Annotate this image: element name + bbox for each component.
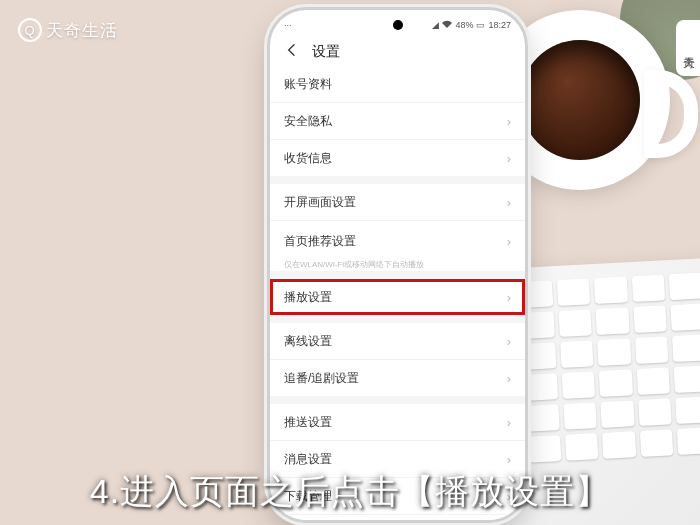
- chevron-right-icon: ›: [507, 415, 511, 430]
- settings-row-home-rec[interactable]: 首页推荐设置›仅在WLAN/Wi-Fi或移动网络下自动播放: [270, 221, 525, 271]
- brand-text: 天奇生活: [46, 19, 118, 42]
- step-caption: 4.进入页面之后点击【播放设置】: [0, 469, 700, 515]
- chevron-right-icon: ›: [507, 234, 511, 249]
- settings-row-follow[interactable]: 追番/追剧设置›: [270, 360, 525, 396]
- row-label: 离线设置: [284, 333, 332, 350]
- row-label: 首页推荐设置: [284, 233, 356, 250]
- chevron-right-icon: ›: [507, 114, 511, 129]
- battery-text: 48%: [455, 20, 473, 30]
- settings-row-push[interactable]: 推送设置›: [270, 404, 525, 441]
- phone-notch: [393, 20, 403, 30]
- row-label: 推送设置: [284, 414, 332, 431]
- brand-logo: Q 天奇生活: [18, 18, 118, 42]
- settings-row-splash[interactable]: 开屏画面设置›: [270, 184, 525, 221]
- settings-group: 离线设置›追番/追剧设置›: [270, 323, 525, 396]
- row-subtext: 仅在WLAN/Wi-Fi或移动网络下自动播放: [284, 261, 424, 269]
- right-tab: 天奇: [676, 20, 700, 76]
- row-label: 开屏画面设置: [284, 194, 356, 211]
- brand-icon: Q: [18, 18, 42, 42]
- settings-row-account[interactable]: 账号资料: [270, 66, 525, 103]
- settings-group: 播放设置›: [270, 279, 525, 315]
- settings-row-playback[interactable]: 播放设置›: [270, 279, 525, 315]
- battery-icon: ▭: [476, 20, 485, 30]
- row-label: 播放设置: [284, 289, 332, 306]
- settings-row-address[interactable]: 收货信息›: [270, 140, 525, 176]
- chevron-right-icon: ›: [507, 452, 511, 467]
- settings-row-storage[interactable]: 清理存储空间›: [270, 515, 525, 520]
- settings-group: 账号资料安全隐私›收货信息›: [270, 66, 525, 176]
- title-bar: 设置: [270, 36, 525, 69]
- page-title: 设置: [312, 43, 340, 61]
- settings-row-privacy[interactable]: 安全隐私›: [270, 103, 525, 140]
- row-label: 账号资料: [284, 76, 332, 93]
- signal-icon: ◢: [432, 20, 439, 30]
- row-label: 消息设置: [284, 451, 332, 468]
- settings-group: 开屏画面设置›首页推荐设置›仅在WLAN/Wi-Fi或移动网络下自动播放: [270, 184, 525, 271]
- row-label: 安全隐私: [284, 113, 332, 130]
- clock: 18:27: [488, 20, 511, 30]
- settings-scroll[interactable]: 账号资料安全隐私›收货信息›开屏画面设置›首页推荐设置›仅在WLAN/Wi-Fi…: [270, 66, 525, 520]
- row-label: 收货信息: [284, 150, 332, 167]
- chevron-right-icon: ›: [507, 334, 511, 349]
- chevron-right-icon: ›: [507, 195, 511, 210]
- carrier-icon: ···: [284, 20, 292, 30]
- row-label: 追番/追剧设置: [284, 370, 359, 387]
- chevron-right-icon: ›: [507, 290, 511, 305]
- settings-row-offline[interactable]: 离线设置›: [270, 323, 525, 360]
- back-button[interactable]: [284, 42, 300, 61]
- chevron-right-icon: ›: [507, 151, 511, 166]
- phone-frame: ··· ◢ 48% ▭ 18:27 设置 账号资料安全隐私›收货信息›开屏画面设…: [270, 10, 525, 520]
- chevron-right-icon: ›: [507, 371, 511, 386]
- wifi-icon: [442, 20, 452, 30]
